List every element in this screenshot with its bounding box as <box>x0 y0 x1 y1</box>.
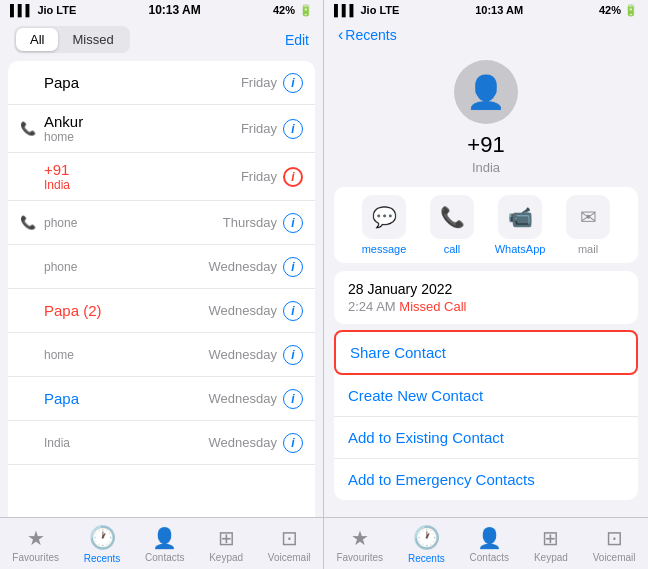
right-tab-recents-label: Recents <box>408 553 445 564</box>
tab-favourites[interactable]: ★ Favourites <box>12 526 59 563</box>
call-day: Wednesday <box>209 435 277 450</box>
left-panel: ▌▌▌ Jio LTE 10:13 AM 42% 🔋 All Missed Ed… <box>0 0 324 569</box>
list-item[interactable]: 📞 phone Thursday i <box>8 201 315 245</box>
tab-voicemail[interactable]: ⊡ Voicemail <box>268 526 311 563</box>
right-battery: 42% 🔋 <box>599 4 638 17</box>
call-day: Friday <box>241 169 277 184</box>
message-button[interactable]: 💬 message <box>355 195 413 255</box>
info-button[interactable]: i <box>283 257 303 277</box>
right-nav: ‹ Recents <box>324 20 648 52</box>
phone-icon: 📞 <box>20 121 38 136</box>
mail-icon: ✉ <box>566 195 610 239</box>
avatar: 👤 <box>454 60 518 124</box>
call-day: Wednesday <box>209 347 277 362</box>
share-contact-option[interactable]: Share Contact <box>334 330 638 375</box>
info-button[interactable]: i <box>283 119 303 139</box>
phone-icon: 📞 <box>20 215 38 230</box>
right-carrier: Jio LTE <box>360 4 399 16</box>
right-panel: ▌▌▌ Jio LTE 10:13 AM 42% 🔋 ‹ Recents 👤 +… <box>324 0 648 569</box>
call-icon: 📞 <box>430 195 474 239</box>
right-person-icon: 👤 <box>477 526 502 550</box>
call-time-status: 2:24 AM Missed Call <box>348 299 624 314</box>
right-time: 10:13 AM <box>475 4 523 16</box>
signal-bars: ▌▌▌ <box>10 4 33 16</box>
star-icon: ★ <box>27 526 45 550</box>
list-item[interactable]: India Wednesday i <box>8 421 315 465</box>
back-button[interactable]: ‹ Recents <box>338 26 397 44</box>
contact-number: +91 <box>467 132 504 158</box>
caller-sub: India <box>44 436 209 450</box>
right-keypad-icon: ⊞ <box>542 526 559 550</box>
info-button[interactable]: i <box>283 389 303 409</box>
call-status: Missed Call <box>399 299 466 314</box>
create-contact-option[interactable]: Create New Contact <box>334 375 638 417</box>
edit-button[interactable]: Edit <box>285 32 309 48</box>
right-tab-favourites[interactable]: ★ Favourites <box>336 526 383 563</box>
call-day: Thursday <box>223 215 277 230</box>
tab-voicemail-label: Voicemail <box>268 552 311 563</box>
info-button[interactable]: i <box>283 301 303 321</box>
right-signal: ▌▌▌ Jio LTE <box>334 4 399 16</box>
tab-keypad-label: Keypad <box>209 552 243 563</box>
call-day: Friday <box>241 75 277 90</box>
caller-sub: home <box>44 130 241 144</box>
chevron-left-icon: ‹ <box>338 26 343 44</box>
call-time: 2:24 AM <box>348 299 396 314</box>
segment-missed-button[interactable]: Missed <box>58 28 127 51</box>
caller-sub: India <box>44 178 241 192</box>
whatsapp-icon: 📹 <box>498 195 542 239</box>
call-button[interactable]: 📞 call <box>423 195 481 255</box>
add-existing-contact-option[interactable]: Add to Existing Contact <box>334 417 638 459</box>
mail-label: mail <box>578 243 598 255</box>
action-buttons: 💬 message 📞 call 📹 WhatsApp ✉ mail <box>334 187 638 263</box>
list-item[interactable]: home Wednesday i <box>8 333 315 377</box>
list-item[interactable]: phone Wednesday i <box>8 245 315 289</box>
message-icon: 💬 <box>362 195 406 239</box>
options-card: Share Contact Create New Contact Add to … <box>334 330 638 500</box>
mail-button[interactable]: ✉ mail <box>559 195 617 255</box>
right-tab-contacts[interactable]: 👤 Contacts <box>470 526 509 563</box>
call-day: Wednesday <box>209 259 277 274</box>
right-tab-favourites-label: Favourites <box>336 552 383 563</box>
right-tab-recents[interactable]: 🕐 Recents <box>408 525 445 564</box>
tab-keypad[interactable]: ⊞ Keypad <box>209 526 243 563</box>
tab-recents[interactable]: 🕐 Recents <box>84 525 121 564</box>
call-day: Wednesday <box>209 303 277 318</box>
whatsapp-label: WhatsApp <box>495 243 546 255</box>
avatar-person-icon: 👤 <box>466 73 506 111</box>
back-label: Recents <box>345 27 396 43</box>
right-tab-bar: ★ Favourites 🕐 Recents 👤 Contacts ⊞ Keyp… <box>324 517 648 569</box>
right-tab-voicemail[interactable]: ⊡ Voicemail <box>593 526 636 563</box>
info-button[interactable]: i <box>283 433 303 453</box>
whatsapp-button[interactable]: 📹 WhatsApp <box>491 195 549 255</box>
call-date: 28 January 2022 <box>348 281 624 297</box>
carrier-name: Jio LTE <box>37 4 76 16</box>
left-time: 10:13 AM <box>149 3 201 17</box>
battery-icon: 🔋 <box>299 4 313 17</box>
segment-all-button[interactable]: All <box>16 28 58 51</box>
info-button[interactable]: i <box>283 73 303 93</box>
list-item[interactable]: 📞 Ankur home Friday i <box>8 105 315 153</box>
add-emergency-contact-option[interactable]: Add to Emergency Contacts <box>334 459 638 500</box>
call-day: Friday <box>241 121 277 136</box>
caller-name: Ankur <box>44 113 241 130</box>
right-tab-keypad-label: Keypad <box>534 552 568 563</box>
list-item[interactable]: Papa Wednesday i <box>8 377 315 421</box>
contact-header: 👤 +91 India <box>324 52 648 187</box>
caller-name: Papa (2) <box>44 302 209 319</box>
tab-contacts[interactable]: 👤 Contacts <box>145 526 184 563</box>
list-item[interactable]: Papa Friday i <box>8 61 315 105</box>
info-button[interactable]: i <box>283 345 303 365</box>
info-button[interactable]: i <box>283 213 303 233</box>
info-button-highlighted[interactable]: i <box>283 167 303 187</box>
right-tab-keypad[interactable]: ⊞ Keypad <box>534 526 568 563</box>
voicemail-icon: ⊡ <box>281 526 298 550</box>
list-item[interactable]: +91 India Friday i <box>8 153 315 201</box>
tab-favourites-label: Favourites <box>12 552 59 563</box>
right-battery-icon: 🔋 <box>624 4 638 16</box>
right-signal-bars: ▌▌▌ <box>334 4 357 16</box>
caller-name: Papa <box>44 74 241 91</box>
list-item[interactable]: Papa (2) Wednesday i <box>8 289 315 333</box>
segment-control: All Missed <box>14 26 130 53</box>
tab-recents-label: Recents <box>84 553 121 564</box>
